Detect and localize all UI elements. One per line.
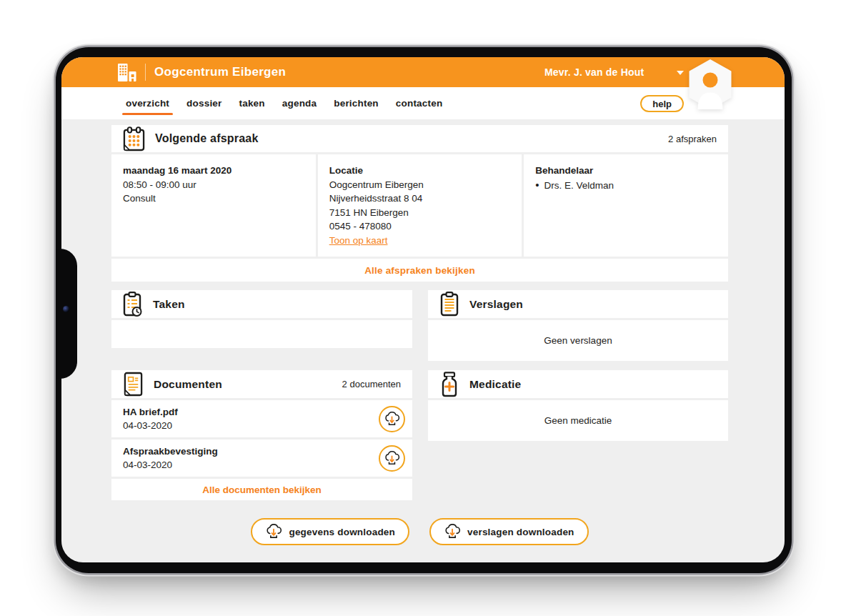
view-all-documents-link[interactable]: Alle documenten bekijken bbox=[111, 479, 412, 500]
tasks-title: Taken bbox=[153, 298, 185, 311]
document-name: Afspraakbevestiging bbox=[123, 444, 218, 458]
location-heading: Locatie bbox=[329, 164, 511, 178]
user-name[interactable]: Mevr. J. van de Hout bbox=[544, 57, 644, 87]
pill-bottle-icon bbox=[439, 372, 459, 397]
download-reports-button[interactable]: verslagen downloaden bbox=[429, 518, 589, 545]
tab-dossier[interactable]: dossier bbox=[186, 98, 222, 109]
reports-header: Verslagen bbox=[428, 290, 728, 318]
cloud-download-icon bbox=[444, 523, 461, 540]
building-icon bbox=[117, 64, 136, 81]
location-street: Nijverheidsstraat 8 04 bbox=[329, 192, 511, 206]
appointment-details: maandag 16 maart 2020 08:50 - 09:00 uur … bbox=[111, 154, 728, 257]
documents-card: Documenten 2 documenten HA brief.pdf 04-… bbox=[111, 370, 412, 500]
page-background: Oogcentrum Eibergen Mevr. J. van de Hout… bbox=[0, 0, 846, 616]
document-name: HA brief.pdf bbox=[123, 405, 178, 419]
tab-contacten[interactable]: contacten bbox=[396, 98, 443, 109]
tab-taken[interactable]: taken bbox=[239, 98, 265, 109]
appointment-count-badge: 2 afspraken bbox=[668, 134, 717, 144]
document-row: HA brief.pdf 04-03-2020 bbox=[111, 400, 412, 437]
view-all-appointments-link[interactable]: Alle afspraken bekijken bbox=[111, 259, 728, 282]
camera-lens bbox=[63, 306, 69, 312]
download-data-label: gegevens downloaden bbox=[289, 527, 395, 537]
download-data-button[interactable]: gegevens downloaden bbox=[251, 518, 409, 545]
document-info: Afspraakbevestiging 04-03-2020 bbox=[123, 444, 218, 472]
avatar[interactable] bbox=[688, 59, 732, 112]
tab-berichten[interactable]: berichten bbox=[334, 98, 379, 109]
document-icon bbox=[123, 372, 144, 397]
help-button[interactable]: help bbox=[640, 95, 684, 112]
main-navigation: overzicht dossier taken agenda berichten… bbox=[61, 87, 785, 119]
document-info: HA brief.pdf 04-03-2020 bbox=[123, 405, 178, 432]
appointment-time: 08:50 - 09:00 uur bbox=[123, 178, 304, 192]
medication-header: Medicatie bbox=[428, 370, 728, 398]
location-phone: 0545 - 478080 bbox=[329, 219, 511, 234]
download-document-button[interactable] bbox=[379, 406, 405, 432]
tablet-device-frame: Oogcentrum Eibergen Mevr. J. van de Hout… bbox=[56, 47, 792, 573]
next-appointment-header: Volgende afspraak 2 afspraken bbox=[111, 125, 728, 152]
cloud-download-icon bbox=[265, 523, 282, 540]
next-appointment-title: Volgende afspraak bbox=[155, 132, 259, 145]
show-on-map-link[interactable]: Toon op kaart bbox=[329, 234, 388, 248]
download-document-button[interactable] bbox=[379, 445, 405, 472]
location-name: Oogcentrum Eibergen bbox=[329, 178, 511, 192]
main-content: Volgende afspraak 2 afspraken maandag 16… bbox=[61, 119, 785, 545]
tab-agenda[interactable]: agenda bbox=[282, 98, 317, 109]
documents-count-badge: 2 documenten bbox=[342, 379, 401, 389]
documents-header: Documenten 2 documenten bbox=[111, 370, 412, 398]
app-screen: Oogcentrum Eibergen Mevr. J. van de Hout… bbox=[61, 57, 785, 562]
reports-card: Verslagen Geen verslagen bbox=[428, 290, 728, 361]
medication-empty-text: Geen medicatie bbox=[428, 400, 728, 441]
appointment-type: Consult bbox=[123, 192, 304, 206]
tasks-header: Taken bbox=[111, 290, 412, 318]
practitioner-name: Drs. E. Veldman bbox=[544, 179, 614, 193]
tab-overzicht[interactable]: overzicht bbox=[126, 98, 169, 109]
appointment-practitioner: Behandelaar Drs. E. Veldman bbox=[524, 154, 728, 257]
clipboard-icon bbox=[439, 292, 459, 317]
app-header: Oogcentrum Eibergen Mevr. J. van de Hout bbox=[61, 57, 785, 87]
reports-title: Verslagen bbox=[469, 298, 523, 311]
practitioner-list-item: Drs. E. Veldman bbox=[535, 178, 717, 193]
calendar-icon bbox=[123, 126, 145, 151]
app-title: Oogcentrum Eibergen bbox=[154, 65, 286, 79]
next-appointment-card: Volgende afspraak 2 afspraken maandag 16… bbox=[111, 125, 728, 282]
appointment-location: Locatie Oogcentrum Eibergen Nijverheidss… bbox=[318, 154, 522, 257]
footer-actions: gegevens downloaden verslagen downloaden bbox=[111, 518, 728, 545]
medication-title: Medicatie bbox=[469, 378, 521, 391]
chevron-down-icon[interactable] bbox=[677, 71, 684, 75]
tasks-card: Taken bbox=[111, 290, 412, 348]
reports-empty-text: Geen verslagen bbox=[428, 320, 728, 361]
documents-title: Documenten bbox=[154, 378, 222, 391]
practitioner-heading: Behandelaar bbox=[535, 164, 717, 178]
appointment-date: maandag 16 maart 2020 bbox=[123, 164, 304, 178]
cloud-download-icon bbox=[384, 411, 400, 427]
clipboard-clock-icon bbox=[123, 292, 143, 317]
brand-home-link[interactable]: Oogcentrum Eibergen bbox=[117, 64, 286, 81]
medication-card: Medicatie Geen medicatie bbox=[428, 370, 728, 441]
appointment-when: maandag 16 maart 2020 08:50 - 09:00 uur … bbox=[111, 154, 316, 257]
download-reports-label: verslagen downloaden bbox=[467, 527, 574, 537]
location-city: 7151 HN Eibergen bbox=[329, 206, 511, 220]
document-row: Afspraakbevestiging 04-03-2020 bbox=[111, 439, 412, 477]
document-date: 04-03-2020 bbox=[123, 458, 218, 472]
tasks-empty-body bbox=[111, 320, 412, 348]
document-date: 04-03-2020 bbox=[123, 419, 178, 432]
cloud-download-icon bbox=[384, 450, 400, 467]
camera-bump bbox=[56, 249, 77, 379]
brand-divider bbox=[145, 64, 146, 81]
